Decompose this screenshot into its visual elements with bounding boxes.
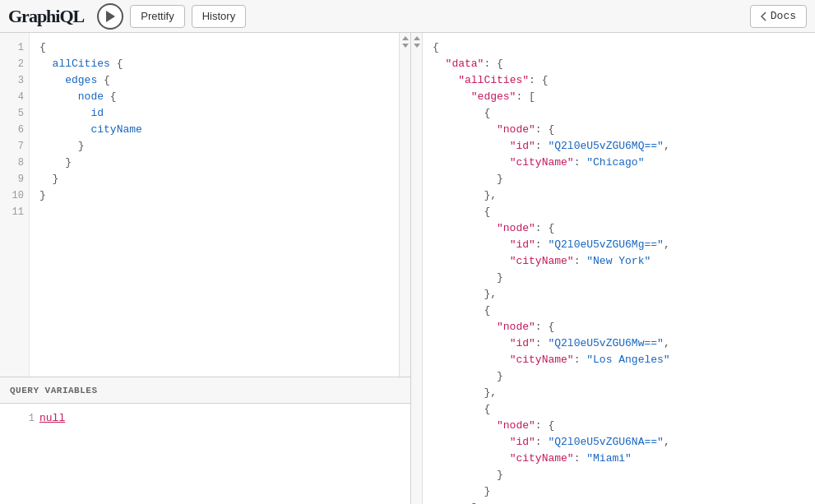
header: GraphiQL Prettify History Docs bbox=[0, 0, 815, 33]
docs-button[interactable]: Docs bbox=[750, 5, 807, 28]
result-scroll-down-icon[interactable] bbox=[414, 44, 420, 48]
run-button[interactable] bbox=[97, 3, 123, 30]
main-layout: 1 2 3 4 5 6 7 8 9 10 11 { allCities { ed… bbox=[0, 33, 815, 504]
query-editor[interactable]: 1 2 3 4 5 6 7 8 9 10 11 { allCities { ed… bbox=[0, 33, 410, 377]
query-code[interactable]: { allCities { edges { node { id cityName… bbox=[30, 33, 399, 377]
docs-label: Docs bbox=[771, 10, 796, 22]
query-variables-panel: QUERY VARIABLES 1 null bbox=[0, 377, 410, 504]
scroll-up-icon[interactable] bbox=[402, 36, 409, 40]
var-line-numbers: 1 bbox=[10, 410, 39, 497]
prettify-button[interactable]: Prettify bbox=[130, 5, 184, 28]
var-code[interactable]: null bbox=[39, 410, 65, 497]
result-scroll[interactable] bbox=[411, 33, 423, 504]
query-variables-label: QUERY VARIABLES bbox=[10, 386, 98, 395]
query-variables-content[interactable]: 1 null bbox=[0, 404, 410, 504]
left-panel: 1 2 3 4 5 6 7 8 9 10 11 { allCities { ed… bbox=[0, 33, 411, 504]
chevron-left-icon bbox=[761, 12, 767, 21]
logo: GraphiQL bbox=[8, 6, 84, 27]
query-variables-header[interactable]: QUERY VARIABLES bbox=[0, 377, 410, 404]
result-scroll-up-icon[interactable] bbox=[414, 36, 420, 40]
editor-scroll[interactable] bbox=[399, 33, 410, 377]
history-button[interactable]: History bbox=[192, 5, 246, 28]
scroll-down-icon[interactable] bbox=[402, 44, 409, 48]
line-numbers: 1 2 3 4 5 6 7 8 9 10 11 bbox=[0, 33, 30, 377]
right-panel[interactable]: { "data": { "allCities": { "edges": [ { … bbox=[411, 33, 815, 504]
svg-marker-0 bbox=[106, 11, 115, 22]
result-content: { "data": { "allCities": { "edges": [ { … bbox=[423, 33, 815, 504]
